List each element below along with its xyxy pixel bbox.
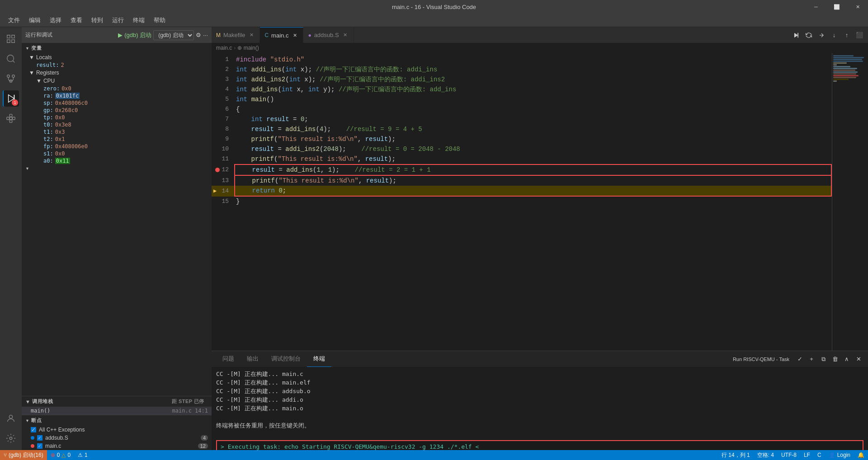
code-editor[interactable]: 1 #include "stdio.h" 2 int addi_ins(int … <box>212 53 832 351</box>
menu-terminal[interactable]: 终端 <box>129 15 148 25</box>
bp-all-cpp[interactable]: ✓ All C++ Exceptions <box>22 426 212 434</box>
locals-header[interactable]: ▼ Locals <box>25 53 212 61</box>
menu-goto[interactable]: 转到 <box>88 15 107 25</box>
panel-tab-problems[interactable]: 问题 <box>216 351 241 367</box>
terminal-cmd-line: > Executing task: echo Starting RISCV-QE… <box>221 443 859 450</box>
registers-label: Registers <box>36 70 59 76</box>
close-button[interactable]: ✕ <box>847 0 868 14</box>
panel-add-btn[interactable]: + <box>807 354 816 364</box>
debug-settings-button[interactable]: ⚙ <box>196 32 201 38</box>
debug-restart-btn[interactable] <box>804 30 814 40</box>
panel-close-btn[interactable]: ✕ <box>854 354 863 364</box>
error-icon: ⊗ <box>51 452 55 458</box>
activity-source-control[interactable] <box>3 70 19 87</box>
cpu-header[interactable]: ▼ CPU <box>33 77 212 85</box>
menu-edit[interactable]: 编辑 <box>25 15 44 25</box>
activity-account[interactable] <box>3 410 19 427</box>
status-debug[interactable]: ⑂ (gdb) 启动(16) <box>0 450 47 460</box>
variables-section: ▼ 变量 ▼ Locals result: 2 ▼ Registers <box>22 43 212 396</box>
debug-run-button[interactable]: ▶ (gdb) 启动 <box>118 31 151 39</box>
menu-select[interactable]: 选择 <box>46 15 65 25</box>
debug-panel-title: 运行和调试 <box>25 31 116 39</box>
status-encoding[interactable]: UTF-8 <box>778 452 800 458</box>
maximize-button[interactable]: ⬜ <box>826 0 847 14</box>
debug-step-into-btn[interactable]: ↓ <box>829 30 839 40</box>
registers-header[interactable]: ▼ Registers <box>25 69 212 77</box>
debug-status-label: (gdb) 启动(16) <box>9 451 43 459</box>
debug-step-out-btn[interactable]: ↑ <box>842 30 852 40</box>
panel-chevron-up-btn[interactable]: ∧ <box>842 354 852 364</box>
tab-addsub[interactable]: ● addsub.S ✕ <box>303 27 354 43</box>
status-errors[interactable]: ⊗ 0 △ 0 <box>47 450 74 460</box>
bell-icon: 🔔 <box>858 452 864 458</box>
reg-ra: ra: 0x101fc <box>33 92 212 99</box>
activity-debug[interactable]: 1 <box>3 90 19 107</box>
breadcrumb: main.c › ⊕ main() <box>212 43 868 53</box>
debug-more-button[interactable]: ··· <box>203 32 208 38</box>
menu-file[interactable]: 文件 <box>5 15 24 25</box>
status-position[interactable]: 行 14，列 1 <box>718 451 754 459</box>
code-line-1: 1 #include "stdio.h" <box>212 55 832 65</box>
status-notifications[interactable]: 🔔 <box>854 452 868 458</box>
reg-t1: t1: 0x3 <box>33 128 212 136</box>
debug-config-select[interactable]: (gdb) 启动 <box>153 30 194 40</box>
status-spaces[interactable]: 空格: 4 <box>754 451 778 459</box>
var-result: result: 2 <box>25 61 212 69</box>
bp-checkbox-cpp[interactable]: ✓ <box>31 427 36 432</box>
svg-point-11 <box>9 415 12 418</box>
debug-badge: 1 <box>12 99 18 106</box>
minimize-button[interactable]: ─ <box>806 0 826 14</box>
status-warnings[interactable]: ⚠ 1 <box>74 450 91 460</box>
breadcrumb-file[interactable]: main.c <box>216 45 232 51</box>
call-stack-label: 调用堆栈 <box>32 398 53 405</box>
debug-stop-btn[interactable]: ⬛ <box>854 30 864 40</box>
tab-makefile[interactable]: M Makefile ✕ <box>212 27 260 43</box>
breadcrumb-func[interactable]: ⊕ main() <box>237 45 259 51</box>
panel-trash-btn[interactable]: 🗑 <box>830 354 840 364</box>
minimap <box>832 53 868 351</box>
activity-settings[interactable] <box>3 430 19 446</box>
editor-area: M Makefile ✕ C main.c ✕ ● addsub.S ✕ <box>212 27 868 450</box>
panel-split-btn[interactable]: ⧉ <box>818 354 828 364</box>
debug-step-over-btn[interactable] <box>816 30 826 40</box>
menu-view[interactable]: 查看 <box>67 15 86 25</box>
variables-label: 变量 <box>31 45 42 52</box>
left-panel: 运行和调试 ▶ (gdb) 启动 (gdb) 启动 ⚙ ··· ▼ 变量 ▼ L… <box>22 27 212 450</box>
bp-check-addsub[interactable]: ✓ <box>37 435 42 441</box>
panel-check-btn[interactable]: ✓ <box>795 354 805 364</box>
breakpoints-header[interactable]: ▼ 断点 <box>22 415 212 426</box>
status-login[interactable]: 👤 Login <box>825 452 854 458</box>
call-stack-header[interactable]: ▼ 调用堆栈 距 STEP 已停 <box>22 396 212 407</box>
activity-extensions[interactable] <box>3 110 19 127</box>
panel-tab-output[interactable]: 输出 <box>241 351 265 367</box>
tab-makefile-close[interactable]: ✕ <box>248 32 255 39</box>
activity-explorer[interactable] <box>3 31 19 47</box>
terminal-highlighted-block: > Executing task: echo Starting RISCV-QE… <box>216 440 863 450</box>
status-line-ending[interactable]: LF <box>800 452 814 458</box>
main-c-icon: C <box>264 32 269 38</box>
variables-header[interactable]: ▼ 变量 <box>22 43 212 53</box>
login-icon: 👤 <box>829 452 835 458</box>
code-line-14: ▶ 14 return 0; <box>212 186 832 197</box>
call-stack-panel: ▼ 调用堆栈 距 STEP 已停 main() main.c 14:1 <box>22 396 212 415</box>
warning-icon: △ <box>61 452 66 458</box>
reg-fp: fp: 0x408006e0 <box>33 143 212 150</box>
window-controls: ─ ⬜ ✕ <box>806 0 868 14</box>
watch-header[interactable]: ▼ <box>22 164 212 173</box>
menu-help[interactable]: 帮助 <box>150 15 169 25</box>
panel-tab-terminal[interactable]: 终端 <box>307 351 331 367</box>
status-language[interactable]: C <box>814 452 825 458</box>
svg-point-2 <box>12 75 15 78</box>
call-stack-item-main[interactable]: main() main.c 14:1 <box>22 407 212 415</box>
debug-continue-btn[interactable] <box>791 30 801 40</box>
bp-check-main[interactable]: ✓ <box>37 443 42 449</box>
panel-tab-debug-console[interactable]: 调试控制台 <box>265 351 307 367</box>
menu-run[interactable]: 运行 <box>108 15 127 25</box>
bp-main[interactable]: ✓ main.c 12 <box>22 442 212 450</box>
bp-addsub[interactable]: ✓ addsub.S 4 <box>22 434 212 442</box>
tab-main-c[interactable]: C main.c ✕ <box>260 27 303 43</box>
tab-main-c-close[interactable]: ✕ <box>291 32 298 39</box>
task-label: Run RISCV-QEMU - Task <box>733 357 793 362</box>
activity-search[interactable] <box>3 51 19 67</box>
tab-addsub-close[interactable]: ✕ <box>342 32 349 39</box>
